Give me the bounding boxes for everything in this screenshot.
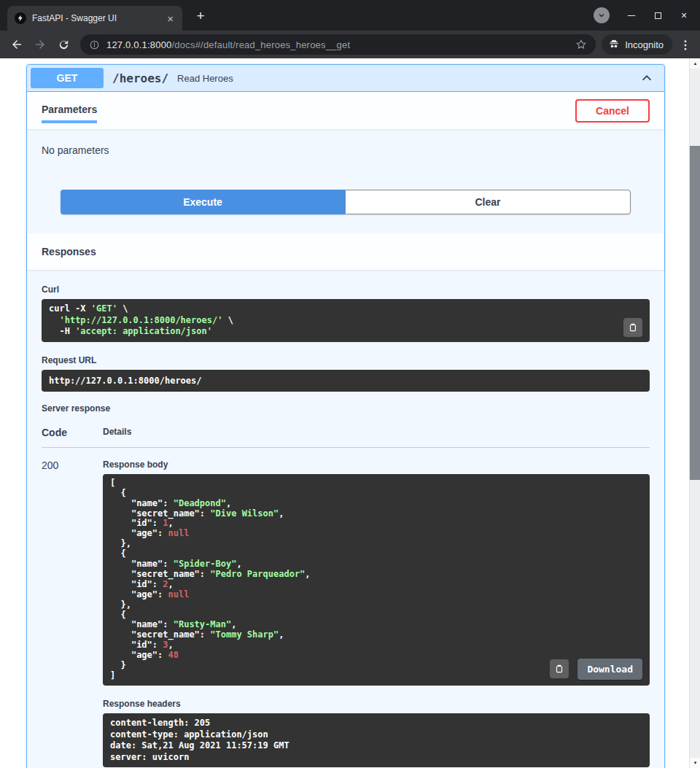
download-button[interactable]: Download <box>578 659 642 680</box>
tab-title: FastAPI - Swagger UI <box>32 13 160 23</box>
incognito-label: Incognito <box>625 39 664 50</box>
swagger-page: GET /heroes/ Read Heroes Parameters Canc… <box>0 58 689 768</box>
browser-window: FastAPI - Swagger UI × + ─ × 127.0.0.1 <box>0 0 700 768</box>
server-response-label: Server response <box>42 403 650 414</box>
maximize-button[interactable] <box>645 4 671 27</box>
tab-parameters[interactable]: Parameters <box>42 104 97 123</box>
endpoint-path: /heroes/ <box>112 71 168 85</box>
request-url-label: Request URL <box>42 355 650 365</box>
window-controls: ─ × <box>594 0 697 31</box>
back-button[interactable] <box>6 34 28 55</box>
refresh-button[interactable] <box>52 34 74 55</box>
site-info-icon[interactable] <box>89 39 100 50</box>
menu-icon[interactable]: ⋮ <box>677 38 694 52</box>
opblock-summary[interactable]: GET /heroes/ Read Heroes <box>27 65 664 92</box>
parameters-header: Parameters Cancel <box>27 92 664 129</box>
browser-profile-icon[interactable] <box>594 7 610 23</box>
scroll-up-arrow[interactable]: ▲ <box>690 58 700 69</box>
responses-title: Responses <box>42 246 96 257</box>
clear-button[interactable]: Clear <box>345 190 631 214</box>
browser-tab[interactable]: FastAPI - Swagger UI × <box>7 6 182 31</box>
copy-icon[interactable] <box>550 659 569 678</box>
cancel-button[interactable]: Cancel <box>575 99 650 123</box>
response-headers-block: content-length: 205 content-type: applic… <box>103 713 650 767</box>
tab-bar: FastAPI - Swagger UI × + ─ × <box>0 0 700 31</box>
address-bar[interactable]: 127.0.0.1:8000/docs#/default/read_heroes… <box>80 34 596 55</box>
navigation-bar: 127.0.0.1:8000/docs#/default/read_heroes… <box>0 31 700 58</box>
scrollbar-thumb[interactable] <box>690 146 700 480</box>
url-text: 127.0.0.1:8000/docs#/default/read_heroes… <box>106 39 569 50</box>
fastapi-favicon-icon <box>15 12 26 24</box>
code-column-header: Code <box>42 427 103 438</box>
tab-close-icon[interactable]: × <box>166 13 175 24</box>
curl-command-text: curl -X 'GET' \ 'http://127.0.0.1:8000/h… <box>49 303 642 338</box>
response-headers-label: Response headers <box>103 699 650 709</box>
execute-button[interactable]: Execute <box>61 190 345 214</box>
incognito-badge: Incognito <box>602 34 672 55</box>
responses-body: Curl curl -X 'GET' \ 'http://127.0.0.1:8… <box>27 270 664 768</box>
endpoint-summary: Read Heroes <box>177 73 640 84</box>
copy-icon[interactable] <box>623 318 642 337</box>
response-body-json: [ { "name": "Deadpond", "secret_name": "… <box>110 478 642 681</box>
response-table-header: Code Details <box>42 418 650 448</box>
maximize-icon <box>655 12 661 19</box>
execute-row: Execute Clear <box>42 156 650 233</box>
response-body-label: Response body <box>103 459 650 470</box>
request-url-block: http://127.0.0.1:8000/heroes/ <box>42 370 650 392</box>
responses-header: Responses <box>27 233 664 270</box>
new-tab-button[interactable]: + <box>191 7 210 26</box>
forward-button[interactable] <box>29 34 51 55</box>
collapse-chevron-icon[interactable] <box>640 71 653 85</box>
request-url-text: http://127.0.0.1:8000/heroes/ <box>49 374 642 387</box>
scroll-down-arrow[interactable]: ▼ <box>690 758 700 768</box>
response-body-actions: Download <box>550 659 642 680</box>
method-badge: GET <box>31 68 104 88</box>
response-row-200: 200 Response body [ { "name": "Deadpond"… <box>42 448 650 768</box>
response-headers-text: content-length: 205 content-type: applic… <box>110 718 642 763</box>
scrollbar[interactable]: ▲ ▼ <box>689 58 700 768</box>
bookmark-star-icon[interactable] <box>575 39 587 50</box>
no-parameters-text: No parameters <box>42 144 650 156</box>
close-button[interactable]: × <box>671 4 697 27</box>
response-body-block: [ { "name": "Deadpond", "secret_name": "… <box>103 474 650 686</box>
parameters-body: No parameters Execute Clear <box>27 129 664 233</box>
minimize-button[interactable]: ─ <box>618 4 645 27</box>
opblock-get-heroes: GET /heroes/ Read Heroes Parameters Canc… <box>26 64 665 768</box>
curl-label: Curl <box>42 284 650 295</box>
incognito-icon <box>608 39 620 50</box>
response-details: Response body [ { "name": "Deadpond", "s… <box>103 459 650 768</box>
status-code: 200 <box>42 459 103 768</box>
curl-command-block: curl -X 'GET' \ 'http://127.0.0.1:8000/h… <box>42 299 650 342</box>
details-column-header: Details <box>103 427 131 438</box>
